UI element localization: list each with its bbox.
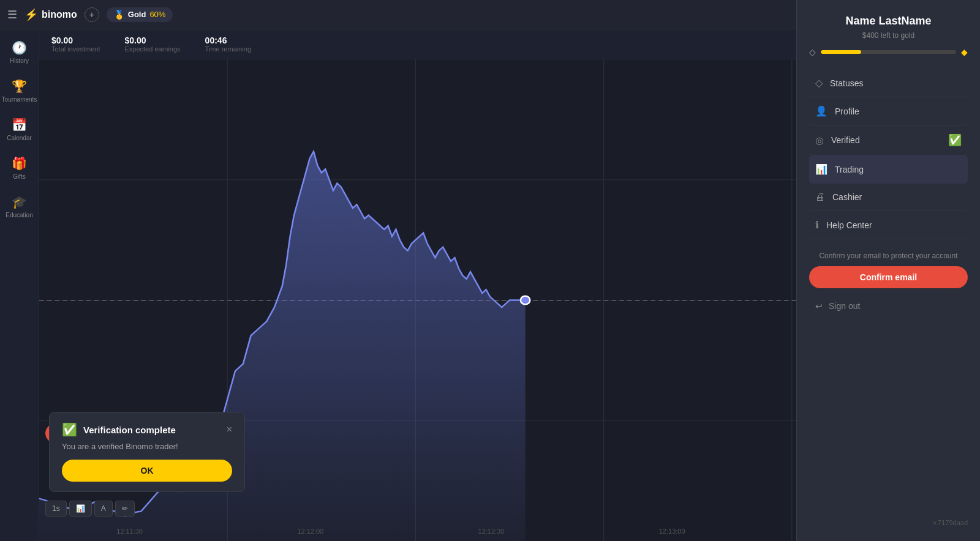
menu-item-label: Verified [831,135,860,145]
stat-time-remaining-value: 00:46 [205,35,251,45]
toast-check-icon: ✅ [62,422,77,437]
account-pct: 60% [149,10,165,19]
gold-bar-fill [821,50,861,54]
gold-progress-bar: ◇ ◆ [809,47,968,57]
sign-out-icon: ↩ [815,301,823,311]
sidebar-item-gifts[interactable]: 🎁 Gifts [2,150,37,186]
stat-expected-earnings-label: Expected earnings [124,45,180,53]
menu-item-trading[interactable]: 📊 Trading [809,155,968,184]
dropdown-user-name: Name LastName [809,15,968,28]
sidebar-item-label: Tournaments [2,96,37,103]
dropdown-menu: Name LastName $400 left to gold ◇ ◆ ◇ St… [796,0,980,541]
logo-icon: ⚡ [24,8,38,21]
sidebar-item-education[interactable]: 🎓 Education [2,188,37,225]
sidebar-item-label: History [10,58,29,64]
menu-item-help-center[interactable]: ℹ Help Center [809,211,968,239]
add-tab-button[interactable]: + [85,7,99,22]
tournaments-icon: 🏆 [12,79,27,94]
sidebar-item-tournaments[interactable]: 🏆 Tournaments [2,73,37,109]
logo-text: binomo [42,9,77,20]
menu-item-label: Trading [835,165,864,174]
sign-out-label: Sign out [829,301,860,311]
confirm-section: Confirm your email to protect your accou… [809,252,968,288]
sign-out-item[interactable]: ↩ Sign out [809,293,968,319]
confirm-text: Confirm your email to protect your accou… [809,252,968,260]
gifts-icon: 🎁 [12,156,27,171]
sidebar-item-label: Calendar [7,135,32,141]
dropdown-gold-left: $400 left to gold [809,31,968,40]
sidebar-item-calendar[interactable]: 📅 Calendar [2,111,37,147]
stat-expected-earnings: $0.00 Expected earnings [124,35,180,53]
verified-icon: ◎ [815,135,824,146]
draw-tool-button[interactable]: ✏ [115,501,135,517]
left-sidebar: 🕐 History 🏆 Tournaments 📅 Calendar 🎁 Gif… [0,29,39,541]
stat-total-investment: $0.00 Total investment [51,35,100,53]
toast-notification: ✅ Verification complete × You are a veri… [49,412,245,492]
stat-total-investment-label: Total investment [51,45,100,53]
diamond-empty-icon: ◇ [809,47,816,57]
chart-type-bar-button[interactable]: 📊 [69,501,92,517]
history-icon: 🕐 [12,40,27,55]
menu-item-label: Help Center [826,220,872,230]
diamond-gold-icon: ◆ [961,47,968,57]
hamburger-icon[interactable]: ☰ [7,8,17,21]
toast-title: Verification complete [83,425,176,435]
profile-icon: 👤 [815,105,827,117]
toast-close-button[interactable]: × [227,424,232,435]
x-label-4: 12:13:00 [659,528,685,535]
menu-item-label: Cashier [832,192,862,202]
gold-bar-track [821,50,956,54]
x-label-3: 12:12:30 [478,528,505,535]
stat-time-remaining-label: Time remaining [205,45,251,53]
education-icon: 🎓 [12,195,27,209]
menu-item-verified[interactable]: ◎ Verified ✅ [809,125,968,155]
account-selector[interactable]: 🥇 Gold 60% [107,7,173,22]
menu-item-statuses[interactable]: ◇ Statuses [809,69,968,97]
sidebar-item-label: Gifts [13,173,26,180]
logo[interactable]: ⚡ binomo [24,8,77,21]
menu-item-label: Profile [835,106,859,116]
x-label-1: 12:11:30 [116,528,143,535]
calendar-icon: 📅 [12,118,27,132]
toast-header: ✅ Verification complete × [62,422,232,437]
menu-item-profile[interactable]: 👤 Profile [809,97,968,125]
stat-time-remaining: 00:46 Time remaining [205,35,251,53]
cashier-icon: 🖨 [815,192,825,203]
sidebar-item-history[interactable]: 🕐 History [2,34,37,70]
menu-item-label: Statuses [830,78,863,88]
timeframe-button[interactable]: 1s [45,501,67,517]
sidebar-item-label: Education [6,212,32,218]
stat-expected-earnings-value: $0.00 [124,35,180,45]
toast-body: You are a verified Binomo trader! [62,442,232,451]
chart-toolbar: 1s 📊 A ✏ [45,501,135,517]
confirm-email-button[interactable]: Confirm email [809,266,968,288]
menu-items: ◇ Statuses 👤 Profile ◎ Verified ✅ 📊 Trad… [809,69,968,239]
stat-total-investment-value: $0.00 [51,35,100,45]
account-icon: 🥇 [114,10,124,20]
svg-point-8 [521,296,530,305]
x-label-2: 12:12:00 [297,528,323,535]
version-text: v.7179daad [809,519,968,526]
account-name: Gold [128,10,146,19]
trading-icon: 📊 [815,163,827,175]
menu-item-cashier[interactable]: 🖨 Cashier [809,184,968,211]
text-tool-button[interactable]: A [94,501,113,517]
statuses-icon: ◇ [815,77,823,89]
help-center-icon: ℹ [815,219,819,231]
toast-ok-button[interactable]: OK [62,460,232,482]
verified-check-icon: ✅ [948,133,962,147]
